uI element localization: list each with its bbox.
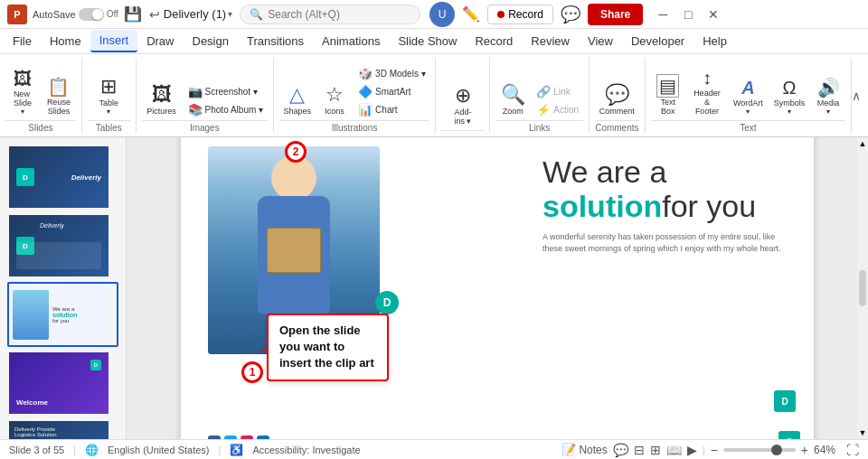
menu-help[interactable]: Help [693, 31, 736, 52]
ribbon-group-comments: 💬 Comment Comments [590, 58, 646, 133]
ribbon-group-images-label: Images [142, 120, 268, 133]
ribbon-group-illustrations-label: Illustrations [279, 120, 430, 133]
menu-transitions[interactable]: Transitions [238, 31, 313, 52]
menu-developer[interactable]: Developer [622, 31, 693, 52]
maximize-button[interactable]: □ [675, 5, 701, 23]
linkedin-icon: in [257, 436, 269, 439]
slide-solution: solution [542, 189, 662, 224]
share-button[interactable]: Share [588, 4, 643, 25]
chart-button[interactable]: 📊 Chart [354, 101, 430, 118]
ribbon-expand-button[interactable]: ∧ [852, 58, 868, 133]
d-circle-badge: D [375, 291, 399, 314]
menu-file[interactable]: File [4, 31, 41, 52]
comments-view-button[interactable]: 💬 [613, 443, 628, 457]
zoom-slider[interactable] [723, 448, 796, 452]
slide-thumb-5[interactable]: 5 * Deliverly ProvideLogistics Solution … [7, 419, 118, 439]
record-dot [497, 11, 505, 18]
close-button[interactable]: ✕ [701, 5, 726, 23]
slide-thumb-4[interactable]: 4 * Welcome D [7, 351, 118, 416]
3d-models-button[interactable]: 🎲 3D Models ▾ [354, 65, 430, 82]
textbox-button[interactable]: ▤ TextBox [651, 71, 685, 118]
addins-button[interactable]: ⊕ Add-ins ▾ [446, 81, 480, 128]
slide-we-are: We are a [542, 155, 796, 189]
app-icon: P [7, 5, 27, 24]
normal-view-button[interactable]: ⊟ [634, 443, 645, 457]
menu-slideshow[interactable]: Slide Show [389, 31, 466, 52]
table-button[interactable]: ⊞ Table ▾ [91, 72, 126, 118]
symbols-button[interactable]: Ω Symbols ▾ [769, 75, 809, 118]
slide-text-content: We are a solution for you A wonderful se… [542, 155, 796, 255]
slide-sorter-button[interactable]: ⊞ [650, 443, 661, 457]
shapes-button[interactable]: △ Shapes [279, 80, 316, 118]
status-bar: Slide 3 of 55 | 🌐 English (United States… [0, 439, 868, 459]
menu-review[interactable]: Review [522, 31, 579, 52]
twitter-icon: t [224, 436, 237, 439]
annotation-circle-1: 1 [241, 361, 263, 383]
action-button[interactable]: ⚡Action [532, 101, 583, 118]
search-icon: 🔍 [250, 8, 263, 21]
menu-record[interactable]: Record [466, 31, 522, 52]
record-badge[interactable]: Record [487, 5, 553, 24]
separator-2: | [219, 445, 222, 455]
search-input[interactable] [268, 8, 403, 21]
ribbon-group-tables: ⊞ Table ▾ Tables [82, 58, 137, 133]
slide-4-content: Welcome D [9, 352, 108, 414]
slide-for-you: for you [662, 189, 756, 224]
search-box[interactable]: 🔍 [240, 5, 420, 24]
minimize-button[interactable]: ─ [650, 5, 675, 23]
link-button[interactable]: 🔗Link [532, 83, 583, 100]
ribbon-group-slides: 🖼 NewSlide ▾ 📋 ReuseSlides Slides [0, 58, 82, 133]
social-handle: @serialmedia [273, 438, 317, 440]
filename-dropdown[interactable]: ▾ [228, 9, 232, 19]
zoom-button[interactable]: 🔍 Zoom [495, 80, 530, 118]
ribbon-group-comments-label: Comments [595, 120, 639, 133]
screenshot-button[interactable]: 📷 Screenshot ▾ [184, 83, 268, 100]
zoom-plus[interactable]: + [801, 443, 808, 457]
separator-1: | [73, 445, 76, 455]
edit-icon[interactable]: ✏️ [462, 5, 480, 23]
save-button[interactable]: 💾 [124, 5, 142, 23]
icons-button[interactable]: ☆ Icons [317, 80, 352, 118]
slide-thumb-3[interactable]: 3 * We are a solution for you [7, 282, 118, 347]
new-slide-button[interactable]: 🖼 NewSlide ▾ [5, 66, 40, 118]
comment-icon[interactable]: 💬 [561, 5, 580, 24]
smartart-button[interactable]: 🔷 SmartArt [354, 83, 430, 100]
menu-view[interactable]: View [579, 31, 622, 52]
menu-insert[interactable]: Insert [90, 30, 138, 52]
comment-button[interactable]: 💬 Comment [595, 80, 639, 118]
slide-2-content: D Deliverly [9, 215, 108, 276]
slide-page-number: 3 [778, 431, 800, 439]
notes-button[interactable]: 📝 Notes [561, 443, 607, 456]
menu-design[interactable]: Design [184, 31, 238, 52]
ribbon-col-3d-smart-chart: 🎲 3D Models ▾ 🔷 SmartArt 📊 Chart [354, 65, 430, 118]
slide-thumb-2[interactable]: 2 * D Deliverly [7, 213, 118, 278]
ribbon-group-addins-label [441, 130, 484, 133]
presenter-view-button[interactable]: ▶ [687, 443, 697, 457]
menu-draw[interactable]: Draw [137, 31, 183, 52]
avatar[interactable]: U [429, 2, 455, 27]
record-label: Record [508, 8, 543, 21]
menu-animations[interactable]: Animations [313, 31, 389, 52]
media-button[interactable]: 🔊 Media ▾ [811, 74, 845, 118]
autosave-toggle[interactable]: AutoSave Off [33, 8, 118, 21]
pictures-button[interactable]: 🖼 Pictures [142, 80, 182, 118]
slide-thumb-1[interactable]: 1 * D Deliverly [7, 145, 118, 210]
vertical-scrollbar[interactable]: ▲ ▼ [857, 137, 868, 439]
ribbon: 🖼 NewSlide ▾ 📋 ReuseSlides Slides ⊞ Tabl… [0, 54, 868, 137]
ribbon-group-illustrations: △ Shapes ☆ Icons 🎲 3D Models ▾ 🔷 SmartAr… [274, 58, 437, 133]
ribbon-group-slides-label: Slides [5, 120, 76, 133]
wordart-button[interactable]: A WordArt ▾ [729, 75, 768, 118]
fit-slide-button[interactable]: ⛶ [846, 443, 859, 457]
slide-info: Slide 3 of 55 [9, 445, 64, 455]
undo-button[interactable]: ↩ [149, 7, 160, 22]
menu-home[interactable]: Home [41, 31, 90, 52]
separator-3: | [703, 445, 705, 455]
photo-album-button[interactable]: 📚 Photo Album ▾ [184, 101, 268, 118]
facebook-icon: f [208, 436, 221, 439]
reuse-slides-button[interactable]: 📋 ReuseSlides [42, 73, 76, 118]
zoom-minus[interactable]: − [711, 443, 718, 457]
menu-bar: File Home Insert Draw Design Transitions… [0, 29, 868, 54]
instagram-icon: i [241, 436, 253, 439]
header-footer-button[interactable]: ↕ Header& Footer [687, 65, 727, 118]
reading-view-button[interactable]: 📖 [666, 443, 682, 457]
